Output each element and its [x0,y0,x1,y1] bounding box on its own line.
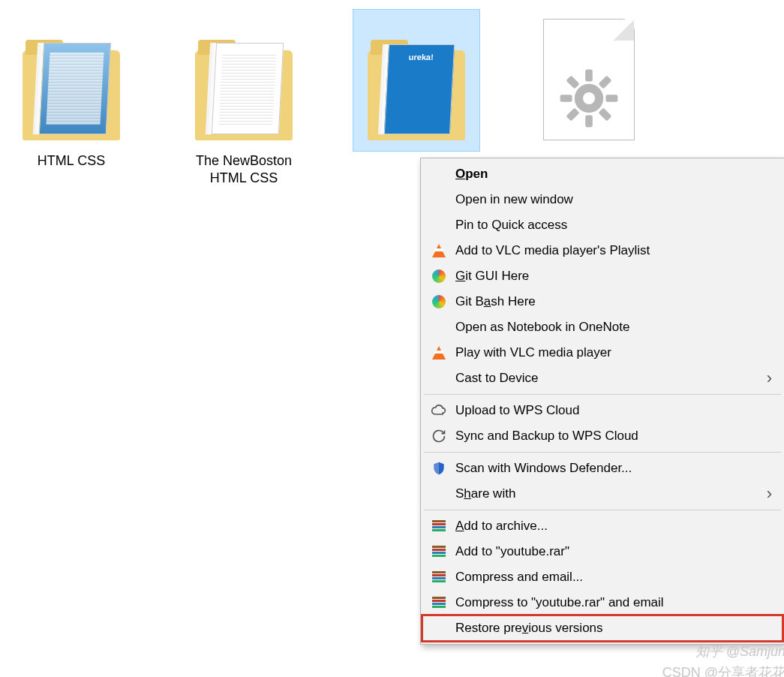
file-label: HTML CSS [38,152,105,170]
svg-rect-6 [566,107,579,121]
chevron-right-icon: › [767,369,772,388]
folder-thumbnail: ureka! [356,13,476,148]
menu-item-share-with[interactable]: Share with› [422,481,782,507]
menu-separator [424,510,781,510]
sync-icon [430,427,448,445]
svg-rect-1 [585,70,593,82]
menu-item-sync-and-backup-to-wps-cloud[interactable]: Sync and Backup to WPS Cloud [422,423,782,449]
folder-thumbnail [11,13,131,148]
watermark-zhihu: 知乎 @Samjun [695,642,784,660]
chrome-shortcut-thumbnail: ↗ [701,13,784,148]
menu-item-pin-to-quick-access[interactable]: Pin to Quick access [422,212,782,238]
menu-item-label: Open [455,167,772,182]
svg-rect-10 [434,462,439,475]
file-item-2[interactable]: ureka! [353,9,480,152]
menu-item-label: Add to VLC media player's Playlist [455,243,772,258]
menu-item-add-to-vlc-media-player-s-playlist[interactable]: Add to VLC media player's Playlist [422,238,782,263]
menu-item-add-to-archive[interactable]: Add to archive... [422,513,782,539]
folder-thumbnail [184,13,304,148]
settings-file-thumbnail [529,13,649,148]
menu-item-label: Open in new window [455,192,772,207]
menu-item-label: Compress and email... [455,570,772,585]
svg-rect-7 [566,75,579,89]
menu-separator [424,452,781,453]
menu-item-add-to-youtube-rar[interactable]: Add to "youtube.rar" [422,539,782,564]
books-icon [430,568,448,586]
menu-item-label: Add to archive... [455,519,772,534]
menu-item-label: Pin to Quick access [455,218,772,233]
menu-item-open[interactable]: Open [422,161,782,187]
gitcolor-icon [430,267,448,285]
svg-rect-5 [598,75,611,89]
menu-item-git-bash-here[interactable]: Git Bash Here [422,289,782,314]
vlc-icon [430,344,448,362]
menu-item-label: Cast to Device [455,371,759,386]
file-label: The NewBoston HTML CSS [184,152,304,186]
blank-icon [430,318,448,336]
menu-item-label: Upload to WPS Cloud [455,403,772,418]
gitcolor-icon [430,293,448,311]
menu-item-label: Compress to "youtube.rar" and email [455,595,772,610]
menu-item-label: Play with VLC media player [455,345,772,360]
menu-item-label: Share with [455,486,759,501]
vlc-icon [430,242,448,260]
file-item-1[interactable]: The NewBoston HTML CSS [180,9,308,190]
cloud-icon [430,402,448,420]
file-item-4[interactable]: ↗ [698,9,784,152]
menu-item-open-as-notebook-in-onenote[interactable]: Open as Notebook in OneNote [422,314,782,340]
explorer-view[interactable]: HTML CSSThe NewBoston HTML CSSureka!↗ Op… [0,0,784,677]
watermark-csdn: CSDN @分享者花花 [662,663,784,677]
blank-icon [430,165,448,183]
menu-item-open-in-new-window[interactable]: Open in new window [422,187,782,212]
menu-item-compress-and-email[interactable]: Compress and email... [422,564,782,590]
menu-item-label: Sync and Backup to WPS Cloud [455,429,772,444]
menu-item-label: Open as Notebook in OneNote [455,320,772,335]
svg-point-9 [583,92,595,104]
menu-item-label: Git Bash Here [455,294,772,309]
menu-item-cast-to-device[interactable]: Cast to Device› [422,366,782,391]
menu-item-restore-previous-versions[interactable]: Restore previous versions [422,615,782,641]
blank-icon [430,619,448,637]
svg-rect-2 [585,115,593,127]
blank-icon [430,216,448,234]
books-icon [430,543,448,561]
file-item-0[interactable]: HTML CSS [8,9,135,173]
menu-item-compress-to-youtube-rar-and-email[interactable]: Compress to "youtube.rar" and email [422,590,782,615]
chevron-right-icon: › [767,484,772,504]
books-icon [430,594,448,612]
shield-icon [430,459,448,477]
svg-rect-4 [605,95,617,102]
file-item-3[interactable] [525,9,653,152]
blank-icon [430,191,448,209]
blank-icon [430,369,448,387]
context-menu[interactable]: OpenOpen in new windowPin to Quick acces… [420,158,784,645]
svg-rect-3 [560,95,572,102]
menu-item-upload-to-wps-cloud[interactable]: Upload to WPS Cloud [422,398,782,423]
menu-item-play-with-vlc-media-player[interactable]: Play with VLC media player [422,340,782,366]
menu-separator [424,394,781,395]
menu-item-label: Git GUI Here [455,269,772,284]
svg-rect-8 [598,107,611,121]
menu-item-git-gui-here[interactable]: Git GUI Here [422,263,782,289]
blank-icon [430,485,448,503]
menu-item-scan-with-windows-defender[interactable]: Scan with Windows Defender... [422,456,782,481]
gear-icon [559,68,619,128]
menu-item-label: Scan with Windows Defender... [455,461,772,476]
menu-item-label: Add to "youtube.rar" [455,544,772,559]
books-icon [430,517,448,535]
menu-item-label: Restore previous versions [455,621,772,636]
